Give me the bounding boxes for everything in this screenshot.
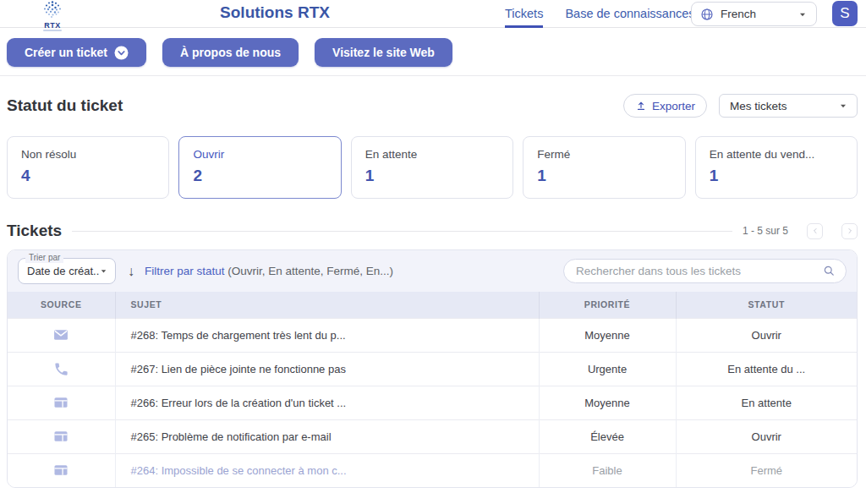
chevron-down-icon bbox=[838, 101, 848, 111]
status-card-count: 1 bbox=[365, 167, 499, 185]
portal-source-icon bbox=[52, 394, 69, 411]
status-card-label: Ouvrir bbox=[193, 148, 326, 161]
ticket-priority: Urgente bbox=[539, 352, 676, 386]
export-button[interactable]: Exporter bbox=[623, 94, 707, 118]
ticket-priority: Faible bbox=[539, 453, 676, 487]
pagination-next-button[interactable] bbox=[841, 223, 858, 239]
ticket-scope-dropdown[interactable]: Mes tickets bbox=[719, 94, 858, 118]
chevron-right-icon bbox=[846, 227, 854, 235]
status-card-open[interactable]: Ouvrir 2 bbox=[178, 136, 341, 199]
top-header: RTX Solutions RTX Tickets Base de connai… bbox=[0, 0, 866, 28]
brand-logo[interactable]: RTX bbox=[36, 0, 69, 31]
ticket-status: Fermé bbox=[676, 453, 857, 487]
ticket-priority: Élevée bbox=[539, 419, 676, 453]
status-cards: Non résolu 4 Ouvrir 2 En attente 1 Fermé… bbox=[7, 136, 858, 199]
sort-by-value: Date de créat... bbox=[27, 265, 99, 277]
column-header-priority: PRIORITÉ bbox=[539, 292, 676, 318]
action-buttons-row: Créer un ticket À propos de nous Visitez… bbox=[0, 28, 866, 76]
status-card-label: En attente du vend... bbox=[710, 148, 843, 161]
create-ticket-button[interactable]: Créer un ticket bbox=[7, 38, 146, 67]
globe-icon bbox=[700, 8, 714, 21]
table-row[interactable]: #265: Problème de notification par e-mai… bbox=[8, 419, 857, 453]
chevron-down-circle-icon bbox=[114, 46, 129, 60]
filter-by-status-detail: (Ouvrir, En attente, Fermé, En...) bbox=[225, 265, 394, 277]
ticket-priority: Moyenne bbox=[539, 386, 676, 419]
tab-knowledge-base[interactable]: Base de connaissances bbox=[565, 0, 694, 28]
portal-source-icon bbox=[52, 462, 69, 479]
header-tabs: Tickets Base de connaissances bbox=[505, 0, 695, 28]
ticket-subject-link[interactable]: #265: Problème de notification par e-mai… bbox=[115, 419, 539, 453]
tickets-table: SOURCE SUJET PRIORITÉ STATUT #268: Temps… bbox=[8, 292, 857, 487]
page-title: Solutions RTX bbox=[220, 3, 330, 22]
status-card-count: 2 bbox=[193, 167, 326, 185]
create-ticket-label: Créer un ticket bbox=[25, 46, 107, 59]
filter-by-status-link[interactable]: Filtrer par statut bbox=[145, 265, 225, 277]
ticket-subject-link[interactable]: #264: Impossible de se connecter à mon c… bbox=[115, 453, 539, 487]
logo-globe-icon bbox=[42, 0, 63, 19]
search-icon[interactable] bbox=[823, 265, 836, 277]
language-value: French bbox=[721, 8, 791, 20]
email-source-icon bbox=[52, 326, 69, 343]
ticket-status: En attente bbox=[676, 386, 857, 419]
status-card-count: 4 bbox=[21, 167, 155, 185]
status-card-label: En attente bbox=[365, 148, 499, 161]
table-header-row: SOURCE SUJET PRIORITÉ STATUT bbox=[8, 292, 857, 318]
status-card-count: 1 bbox=[537, 167, 671, 185]
status-section-header: Statut du ticket Exporter Mes tickets bbox=[7, 94, 858, 118]
visit-website-label: Visitez le site Web bbox=[332, 46, 435, 59]
ticket-priority: Moyenne bbox=[539, 318, 676, 352]
chevron-left-icon bbox=[811, 227, 819, 235]
table-row[interactable]: #266: Erreur lors de la création d'un ti… bbox=[8, 386, 857, 419]
logo-subtitle bbox=[43, 30, 62, 31]
column-header-subject: SUJET bbox=[115, 292, 539, 318]
phone-source-icon bbox=[53, 361, 69, 377]
ticket-status: Ouvrir bbox=[676, 318, 857, 352]
status-card-closed[interactable]: Fermé 1 bbox=[523, 136, 685, 199]
logo-brand-text: RTX bbox=[36, 22, 69, 29]
chevron-down-icon bbox=[99, 266, 108, 276]
about-us-label: À propos de nous bbox=[180, 46, 281, 59]
pagination-prev-button[interactable] bbox=[807, 223, 823, 239]
ticket-subject-link[interactable]: #267: Lien de pièce jointe ne fonctionne… bbox=[115, 352, 539, 386]
status-card-label: Fermé bbox=[537, 148, 671, 161]
divider bbox=[72, 231, 732, 232]
column-header-source: SOURCE bbox=[8, 292, 115, 318]
search-input[interactable] bbox=[576, 265, 823, 277]
ticket-status: Ouvrir bbox=[676, 419, 857, 453]
pagination-info: 1 - 5 sur 5 bbox=[743, 225, 788, 237]
upload-icon bbox=[635, 100, 647, 112]
language-selector[interactable]: French bbox=[691, 2, 817, 26]
sort-by-label: Trier par bbox=[25, 253, 63, 263]
status-card-unresolved[interactable]: Non résolu 4 bbox=[7, 136, 169, 199]
avatar[interactable]: S bbox=[832, 1, 858, 26]
about-us-button[interactable]: À propos de nous bbox=[162, 38, 299, 67]
table-row[interactable]: #268: Temps de chargement très lent du p… bbox=[8, 318, 857, 352]
chevron-down-icon bbox=[797, 9, 808, 19]
tickets-table-container: Trier par Date de créat... ↓ Filtrer par… bbox=[7, 249, 858, 488]
search-container bbox=[563, 259, 847, 283]
tickets-section-title: Tickets bbox=[7, 222, 62, 240]
ticket-subject-link[interactable]: #266: Erreur lors de la création d'un ti… bbox=[115, 386, 539, 419]
status-card-pending[interactable]: En attente 1 bbox=[351, 136, 513, 199]
export-label: Exporter bbox=[652, 100, 695, 112]
visit-website-button[interactable]: Visitez le site Web bbox=[315, 38, 452, 67]
ticket-scope-value: Mes tickets bbox=[730, 100, 838, 112]
ticket-subject-link[interactable]: #268: Temps de chargement très lent du p… bbox=[115, 318, 539, 352]
tickets-section-header: Tickets 1 - 5 sur 5 bbox=[7, 222, 858, 240]
tab-tickets[interactable]: Tickets bbox=[505, 0, 543, 28]
sort-by-dropdown[interactable]: Trier par Date de créat... bbox=[18, 258, 116, 284]
table-row[interactable]: #264: Impossible de se connecter à mon c… bbox=[8, 453, 857, 487]
tickets-toolbar: Trier par Date de créat... ↓ Filtrer par… bbox=[8, 250, 857, 292]
status-card-waiting-vendor[interactable]: En attente du vend... 1 bbox=[695, 136, 858, 199]
portal-source-icon bbox=[52, 428, 69, 445]
column-header-status: STATUT bbox=[676, 292, 857, 318]
status-card-count: 1 bbox=[710, 167, 843, 185]
table-row[interactable]: #267: Lien de pièce jointe ne fonctionne… bbox=[8, 352, 857, 386]
filter-by-status: Filtrer par statut (Ouvrir, En attente, … bbox=[145, 265, 393, 277]
sort-direction-icon[interactable]: ↓ bbox=[128, 264, 134, 279]
status-section-title: Statut du ticket bbox=[7, 96, 123, 115]
status-card-label: Non résolu bbox=[21, 148, 155, 161]
ticket-status: En attente du ... bbox=[676, 352, 857, 386]
